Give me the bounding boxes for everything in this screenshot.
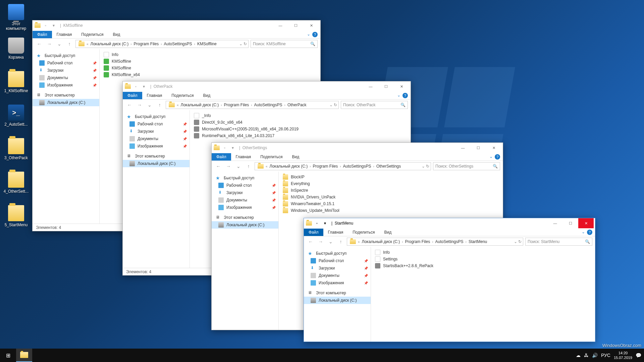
breadcrumb-item[interactable]: Локальный диск (C:) <box>268 164 309 169</box>
sidebar-downloads[interactable]: ⬇Загрузки📌 <box>123 128 190 135</box>
qat-icon[interactable]: ▫ <box>221 144 228 152</box>
tray-volume-icon[interactable]: 🔊 <box>592 353 598 358</box>
maximize-button[interactable]: ☐ <box>378 81 394 92</box>
desktop-icon-2[interactable]: 1_KMSoffline <box>3 71 29 93</box>
close-button[interactable]: ✕ <box>304 20 319 31</box>
close-button[interactable]: ✕ <box>578 218 594 228</box>
desktop-icon-1[interactable]: Корзина <box>3 38 29 60</box>
sidebar-this-pc[interactable]: 🖥Этот компьютер <box>304 289 371 297</box>
ribbon-file[interactable]: Файл <box>123 92 142 99</box>
file-item[interactable]: RuntimePack_x86_x64_Lite_14.03.2017 <box>194 132 407 139</box>
file-item[interactable]: Info <box>375 249 591 256</box>
file-item[interactable]: MicrosoftVisualC++(2005-2019)_x86_x64_28… <box>194 126 407 132</box>
breadcrumb[interactable]: «Локальный диск (C:)›Program Files›AutoS… <box>166 101 339 109</box>
nav-back[interactable]: ← <box>125 101 133 109</box>
maximize-button[interactable]: ☐ <box>288 20 304 31</box>
nav-fwd[interactable]: → <box>136 101 144 109</box>
ribbon-home[interactable]: Главная <box>142 92 167 99</box>
qat-icon[interactable]: ▫ <box>313 220 321 227</box>
breadcrumb[interactable]: «Локальный диск (C:)›Program Files›AutoS… <box>255 162 431 170</box>
qat-icon[interactable]: ▫ <box>132 83 140 90</box>
sidebar-quick-access[interactable]: ★Быстрый доступ <box>123 113 190 120</box>
file-item[interactable]: InSpectre <box>283 187 499 194</box>
qat-icon[interactable]: ▾ <box>50 22 57 29</box>
close-button[interactable]: ✕ <box>486 143 501 153</box>
minimize-button[interactable]: — <box>273 20 288 31</box>
file-item[interactable]: Everything <box>283 180 499 187</box>
sidebar-pictures[interactable]: Изображения📌 <box>33 81 99 89</box>
breadcrumb[interactable]: «Локальный диск (C:)›Program Files›AutoS… <box>75 40 249 48</box>
nav-fwd[interactable]: → <box>317 238 325 246</box>
file-item[interactable]: BlockIP <box>283 174 499 180</box>
ribbon-home[interactable]: Главная <box>323 229 348 236</box>
sidebar-downloads[interactable]: ⬇Загрузки📌 <box>33 67 99 74</box>
maximize-button[interactable]: ☐ <box>471 143 486 153</box>
minimize-button[interactable]: — <box>547 218 563 228</box>
desktop-icon-0[interactable]: Этот компьютер <box>3 4 29 31</box>
titlebar[interactable]: ▫ ▾ | KMSoffline — ☐ ✕ <box>33 20 320 31</box>
titlebar[interactable]: ▫ ▾ | StartMenu — ☐ ✕ <box>304 218 595 228</box>
nav-up[interactable]: ↑ <box>156 101 164 109</box>
help-icon[interactable]: ? <box>402 93 408 98</box>
breadcrumb-item[interactable]: Локальный диск (C:) <box>361 239 401 244</box>
sidebar-documents[interactable]: Документы📌 <box>33 74 99 81</box>
taskbar-explorer[interactable] <box>16 349 32 362</box>
sidebar-local-disk[interactable]: Локальный диск (C:) <box>304 297 371 304</box>
breadcrumb-item[interactable]: AutoSettingsPS <box>253 103 284 107</box>
sidebar-quick-access[interactable]: ★Быстрый доступ <box>304 250 371 257</box>
file-item[interactable]: KMSoffline_x64 <box>104 71 316 78</box>
sidebar-local-disk[interactable]: Локальный диск (C:) <box>33 99 99 106</box>
sidebar-desktop[interactable]: Рабочий стол📌 <box>33 59 99 67</box>
maximize-button[interactable]: ☐ <box>563 218 578 228</box>
nav-recent[interactable]: ⌄ <box>55 40 63 48</box>
sidebar-local-disk[interactable]: Локальный диск (C:) <box>212 221 278 229</box>
tray-clock[interactable]: 14:2015.07.2019 <box>614 351 632 360</box>
sidebar-pictures[interactable]: Изображения📌 <box>304 279 371 287</box>
ribbon-view[interactable]: Вид <box>379 229 396 236</box>
help-icon[interactable]: ? <box>587 230 592 235</box>
nav-up[interactable]: ↑ <box>65 40 73 48</box>
close-button[interactable]: ✕ <box>394 81 409 92</box>
desktop-icon-3[interactable]: >_2_AutoSett... <box>3 105 29 127</box>
nav-fwd[interactable]: → <box>224 162 232 170</box>
search-input[interactable]: Поиск: StartMenu🔍 <box>525 238 592 246</box>
titlebar[interactable]: ▫ ▾ | OtherSettings — ☐ ✕ <box>212 143 503 153</box>
breadcrumb-item[interactable]: Program Files <box>222 103 250 107</box>
sidebar-documents[interactable]: Документы📌 <box>123 135 190 142</box>
file-item[interactable]: StartisBack++2.8.6_RePack <box>375 262 591 269</box>
nav-fwd[interactable]: → <box>45 40 53 48</box>
sidebar-downloads[interactable]: ⬇Загрузки📌 <box>212 189 278 196</box>
file-item[interactable]: Windows_Update_MiniTool <box>283 207 499 214</box>
file-item[interactable]: NVIDIA_Drivers_UnPack <box>283 194 499 200</box>
sidebar-this-pc[interactable]: 🖥Этот компьютер <box>212 214 278 221</box>
ribbon-share[interactable]: Поделиться <box>348 229 379 236</box>
ribbon-file[interactable]: Файл <box>33 31 52 38</box>
qat-icon[interactable]: ▫ <box>42 22 49 29</box>
sidebar-downloads[interactable]: ⬇Загрузки📌 <box>304 264 371 272</box>
desktop-icon-6[interactable]: 5_StartMenu <box>3 205 29 227</box>
ribbon-home[interactable]: Главная <box>231 153 256 161</box>
ribbon-expand-icon[interactable]: ⌄ <box>397 93 400 98</box>
file-item[interactable]: DirectX_9.0c_x86_x64 <box>194 119 407 126</box>
sidebar-pictures[interactable]: Изображения📌 <box>212 204 278 211</box>
nav-up[interactable]: ↑ <box>337 238 345 246</box>
ribbon-share[interactable]: Поделиться <box>167 92 198 99</box>
qat-icon[interactable]: ▾ <box>229 144 236 152</box>
ribbon-expand-icon[interactable]: ⌄ <box>307 32 310 37</box>
ribbon-file[interactable]: Файл <box>212 153 231 161</box>
breadcrumb[interactable]: «Локальный диск (C:)›Program Files›AutoS… <box>347 238 523 246</box>
sidebar-desktop[interactable]: Рабочий стол📌 <box>212 182 278 189</box>
sidebar-quick-access[interactable]: ★Быстрый доступ <box>212 174 278 182</box>
tray-onedrive-icon[interactable]: ☁ <box>576 353 581 358</box>
nav-recent[interactable]: ⌄ <box>327 238 335 246</box>
breadcrumb-item[interactable]: OtherSettings <box>375 164 402 169</box>
breadcrumb-item[interactable]: OtherPack <box>286 103 308 107</box>
nav-up[interactable]: ↑ <box>245 162 253 170</box>
search-input[interactable]: Поиск: KMSoffline🔍 <box>251 40 318 48</box>
ribbon-file[interactable]: Файл <box>304 229 323 236</box>
file-item[interactable]: Settings <box>375 256 591 262</box>
ribbon-expand-icon[interactable]: ⌄ <box>582 230 585 235</box>
titlebar[interactable]: ▫ ▾ | OtherPack — ☐ ✕ <box>123 81 411 92</box>
nav-recent[interactable]: ⌄ <box>146 101 154 109</box>
qat-icon[interactable]: ▾ <box>140 83 148 90</box>
